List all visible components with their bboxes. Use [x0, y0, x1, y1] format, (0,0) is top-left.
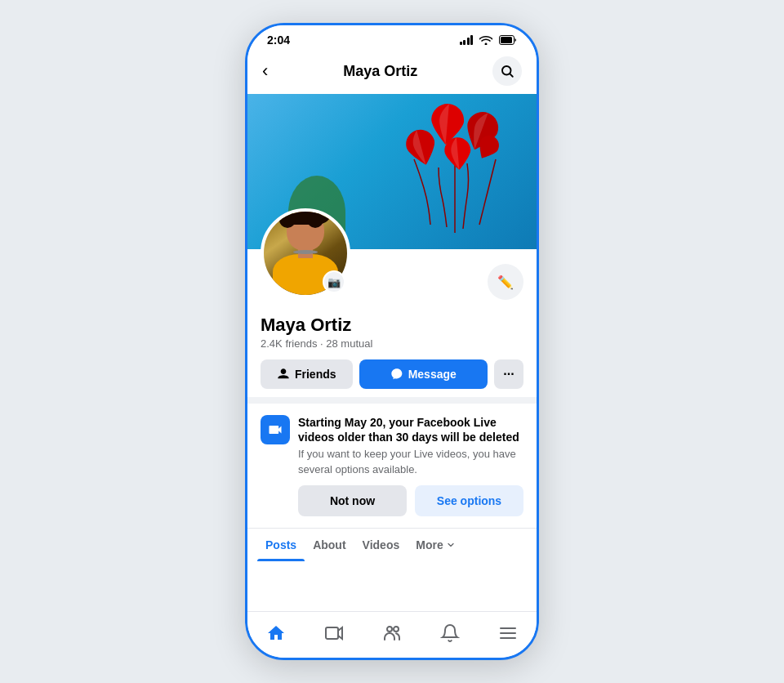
video-camera-icon	[267, 422, 283, 438]
bottom-nav-bell[interactable]	[430, 620, 470, 646]
bottom-nav-menu[interactable]	[488, 620, 528, 646]
friends-icon	[277, 368, 290, 381]
svg-rect-1	[501, 37, 512, 43]
banner-actions: Not now See options	[298, 485, 523, 516]
status-bar: 2:04	[247, 25, 537, 51]
profile-name: Maya Ortiz	[261, 315, 523, 336]
bottom-nav-friends[interactable]	[372, 620, 412, 646]
edit-profile-button[interactable]: ✏️	[488, 264, 523, 300]
friends-count: 2.4K	[261, 337, 283, 350]
chevron-down-icon	[446, 540, 456, 550]
message-button[interactable]: Message	[359, 359, 488, 389]
video-icon	[324, 623, 344, 643]
svg-line-3	[510, 74, 512, 76]
home-icon	[266, 623, 286, 643]
status-icons	[460, 35, 518, 45]
friends-label: friends	[285, 337, 317, 350]
avatar-wrapper: 📷	[261, 208, 350, 298]
more-dots-icon: ···	[503, 367, 514, 382]
bottom-nav-video[interactable]	[314, 620, 354, 646]
search-icon	[500, 64, 514, 78]
tab-about[interactable]: About	[305, 529, 354, 561]
friends-info: 2.4K friends · 28 mutual	[261, 337, 523, 350]
page-title: Maya Ortiz	[343, 63, 417, 80]
bottom-nav-home[interactable]	[256, 620, 296, 646]
bottom-nav	[247, 611, 537, 658]
banner-title: Starting May 20, your Facebook Live vide…	[298, 415, 523, 444]
wifi-icon	[479, 35, 492, 45]
friends-label: Friends	[295, 368, 336, 381]
tab-more[interactable]: More	[408, 529, 463, 561]
people-icon	[382, 623, 402, 643]
status-time: 2:04	[267, 33, 290, 47]
see-options-button[interactable]: See options	[415, 485, 523, 516]
tab-posts[interactable]: Posts	[257, 529, 305, 561]
battery-icon	[499, 35, 517, 45]
top-nav: ‹ Maya Ortiz	[247, 51, 537, 94]
more-button[interactable]: ···	[494, 359, 523, 389]
svg-point-5	[387, 627, 392, 632]
mutual-count: 28	[326, 337, 337, 350]
svg-point-6	[394, 627, 399, 632]
signal-icon	[460, 35, 474, 45]
banner-content: Starting May 20, your Facebook Live vide…	[261, 415, 523, 516]
not-now-button[interactable]: Not now	[298, 485, 407, 516]
balloon-cluster	[390, 98, 520, 237]
profile-section: 📷 ✏️ Maya Ortiz 2.4K friends · 28 mutual…	[247, 249, 537, 397]
bell-icon	[440, 623, 460, 643]
phone-frame: 2:04 ‹ Maya Ortiz	[245, 23, 539, 660]
svg-rect-4	[326, 627, 338, 639]
profile-tabs: Posts About Videos More	[247, 528, 537, 561]
action-buttons: Friends Message ···	[261, 359, 523, 389]
message-label: Message	[408, 368, 457, 381]
banner-video-icon	[261, 415, 290, 444]
notification-banner: Starting May 20, your Facebook Live vide…	[247, 397, 537, 528]
search-button[interactable]	[492, 56, 522, 86]
friends-button[interactable]: Friends	[261, 359, 353, 389]
mutual-label: mutual	[341, 337, 372, 350]
messenger-icon	[390, 368, 403, 381]
back-button[interactable]: ‹	[262, 60, 268, 82]
banner-text: Starting May 20, your Facebook Live vide…	[298, 415, 523, 516]
menu-icon	[498, 623, 518, 643]
camera-badge[interactable]: 📷	[323, 270, 345, 293]
banner-subtitle: If you want to keep your Live videos, yo…	[298, 447, 523, 476]
tab-videos[interactable]: Videos	[354, 529, 408, 561]
